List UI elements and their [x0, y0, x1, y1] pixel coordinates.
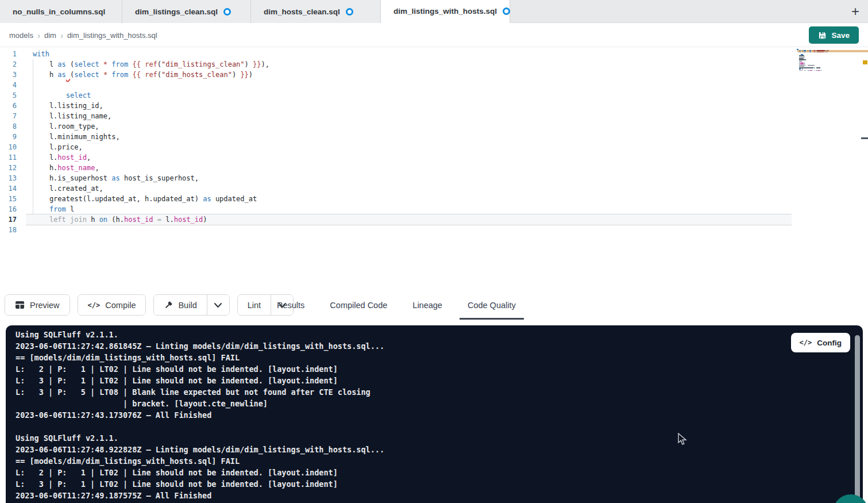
code-line[interactable]: left join h on (h.host_id = l.host_id)	[26, 214, 792, 225]
minimap-space	[797, 66, 798, 67]
file-tab[interactable]: dim_listings_clean.sql	[122, 0, 251, 23]
code-token: (h.	[107, 216, 124, 224]
minimap-space	[801, 68, 802, 70]
minimap-token	[816, 67, 820, 68]
minimap-token	[825, 50, 826, 51]
code-line[interactable]: l.listing_name,	[26, 111, 868, 121]
code-token: host_is_superhost,	[120, 174, 199, 182]
terminal-scrollbar[interactable]	[855, 335, 860, 503]
line-number: 17	[0, 214, 26, 225]
code-token: l.room_type,	[33, 122, 99, 130]
line-number: 14	[0, 183, 26, 194]
minimap-space	[797, 59, 798, 60]
code-line[interactable]: l.room_type,	[26, 121, 868, 132]
code-area[interactable]: with l as (select * from {{ ref("dim_lis…	[26, 49, 868, 235]
file-tab-bar: no_nulls_in_columns.sqldim_listings_clea…	[0, 0, 868, 23]
new-tab-button[interactable]: +	[843, 0, 868, 23]
minimap-token	[816, 50, 816, 51]
tab-compiled-code[interactable]: Compiled Code	[330, 290, 387, 320]
line-number: 9	[0, 132, 26, 142]
minimap-token	[814, 67, 815, 68]
code-token: as	[57, 60, 65, 68]
code-line[interactable]: h as (select * from {{ ref("dim_hosts_cl…	[26, 70, 868, 80]
breadcrumb-segment[interactable]: dim	[44, 31, 56, 40]
minimap[interactable]	[797, 49, 842, 72]
code-line[interactable]: greatest(l.updated_at, h.updated_at) as …	[26, 194, 868, 204]
code-token: l.listing_id,	[33, 102, 103, 110]
code-line[interactable]: l.host_id,	[26, 152, 868, 163]
code-token: host_id	[57, 153, 87, 162]
minimap-token	[799, 63, 800, 64]
code-line[interactable]: from l	[26, 204, 868, 214]
code-line[interactable]: h.host_name,	[26, 163, 868, 173]
save-button[interactable]: Save	[809, 26, 859, 44]
code-token: l.	[161, 216, 174, 224]
line-number: 2	[0, 59, 26, 70]
minimap-token	[799, 68, 801, 70]
code-token: on	[99, 216, 107, 224]
tab-lineage[interactable]: Lineage	[412, 290, 442, 320]
preview-button[interactable]: Preview	[5, 295, 70, 315]
minimap-space	[797, 57, 798, 58]
breadcrumb-bar: models›dim›dim_listings_with_hosts.sql S…	[0, 24, 868, 47]
minimap-token	[817, 70, 820, 71]
compile-button-group: </>Compile	[78, 294, 146, 316]
lint-button[interactable]: Lint	[238, 295, 271, 315]
breadcrumb-segment[interactable]: dim_listings_with_hosts.sql	[67, 31, 157, 40]
config-button[interactable]: </> Config	[791, 333, 850, 352]
minimap-token	[817, 52, 824, 53]
chevron-down-icon	[214, 302, 222, 308]
minimap-token	[797, 49, 798, 50]
breadcrumb-segment[interactable]: models	[9, 31, 33, 40]
minimap-token	[804, 62, 804, 63]
code-line[interactable]: l as (select * from {{ ref("dim_listings…	[26, 59, 868, 70]
file-tab[interactable]: dim_hosts_clean.sql	[251, 0, 381, 23]
compile-button[interactable]: </>Compile	[78, 295, 146, 315]
file-tab[interactable]: dim_listings_with_hosts.sql	[381, 0, 510, 23]
code-token: =	[157, 216, 161, 224]
code-token: ,	[95, 164, 99, 172]
code-token: from	[111, 71, 128, 79]
code-token: )	[203, 216, 207, 224]
line-number: 10	[0, 142, 26, 152]
line-number: 3	[0, 70, 26, 80]
lint-output-terminal[interactable]: Using SQLFluff v2.1.1. 2023-06-06T11:27:…	[6, 325, 863, 503]
file-tab[interactable]: no_nulls_in_columns.sql	[0, 0, 122, 23]
code-token: host_id	[174, 216, 203, 224]
minimap-line	[797, 50, 842, 51]
minimap-space	[797, 61, 798, 62]
code-line[interactable]	[26, 225, 868, 235]
minimap-token	[799, 57, 805, 58]
code-line[interactable]: l.listing_id,	[26, 101, 868, 111]
code-token	[33, 205, 49, 213]
minimap-space	[807, 50, 807, 51]
modified-dot-icon	[503, 7, 510, 15]
code-line[interactable]: h.is_superhost as host_is_superhost,	[26, 173, 868, 183]
minimap-space	[807, 65, 807, 66]
code-line[interactable]	[26, 80, 868, 90]
minimap-space	[797, 54, 800, 55]
line-number: 5	[0, 90, 26, 101]
tab-code-quality[interactable]: Code Quality	[468, 290, 516, 320]
preview-label: Preview	[30, 301, 60, 310]
sql-editor[interactable]: 123456789101112131415161718 with l as (s…	[0, 48, 868, 290]
minimap-token	[799, 61, 803, 62]
minimap-token	[801, 54, 803, 55]
code-line[interactable]: l.created_at,	[26, 183, 868, 194]
tab-results[interactable]: Results	[277, 290, 304, 320]
code-line[interactable]: select	[26, 90, 868, 101]
minimap-space	[801, 52, 802, 53]
minimap-space	[807, 70, 807, 71]
code-line[interactable]: with	[26, 49, 868, 59]
modified-dot-icon	[346, 8, 353, 16]
code-token: (	[157, 71, 161, 79]
build-dropdown-button[interactable]	[207, 295, 229, 315]
minimap-token	[809, 70, 812, 71]
code-line[interactable]: l.price,	[26, 142, 868, 152]
code-token: as	[111, 174, 119, 182]
build-button[interactable]: Build	[154, 295, 206, 315]
minimap-token	[821, 70, 821, 71]
code-line[interactable]: l.minimum_nights,	[26, 132, 868, 142]
minimap-line	[797, 54, 842, 55]
code-token: l.	[33, 153, 57, 162]
